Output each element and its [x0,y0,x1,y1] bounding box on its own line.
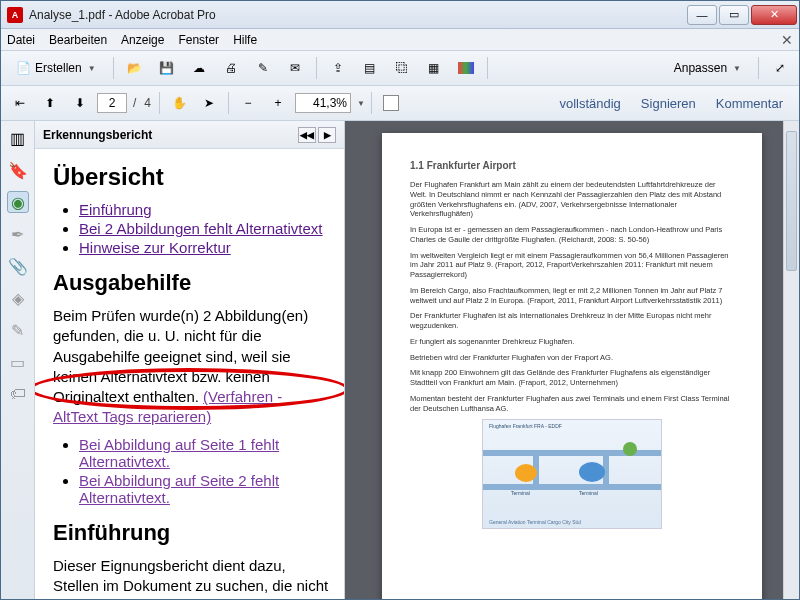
chevron-down-icon: ▼ [88,64,96,73]
toolbar-separator [758,57,759,79]
pencil-icon: ✎ [258,61,268,75]
para-einfuehrung: Dieser Eignungsbericht dient dazu, Stell… [53,556,330,600]
first-page-button[interactable]: ⇤ [7,90,33,116]
arrow-up-icon: ⬆ [45,96,55,110]
chevron-down-icon: ▼ [733,64,741,73]
touch-up-icon[interactable]: ✎ [7,319,29,341]
menu-fenster[interactable]: Fenster [178,33,219,47]
toolbar-separator [371,92,372,114]
tab-signieren[interactable]: Signieren [631,92,706,115]
link-missing-alt[interactable]: Bei 2 Abbildungen fehlt Alternativtext [79,220,323,237]
fit-page-button[interactable] [378,90,404,116]
tab-vollstaendig[interactable]: vollständig [549,92,630,115]
list-item: Bei 2 Abbildungen fehlt Alternativtext [79,220,330,237]
heading-ausgabehilfe: Ausgabehilfe [53,270,330,296]
combine-button[interactable]: ⿻ [389,55,415,81]
navigation-rail: ▥ 🔖 ◉ ✒ 📎 ◈ ✎ ▭ 🏷 [1,121,35,599]
layers-icon[interactable]: ◈ [7,287,29,309]
window-title: Analyse_1.pdf - Adobe Acrobat Pro [29,8,685,22]
list-item: Bei Abbildung auf Seite 2 fehlt Alternat… [79,472,330,506]
document-viewport[interactable]: 1.1 Frankfurter Airport Der Flughafen Fr… [345,121,799,599]
link-page2-missing-alt[interactable]: Bei Abbildung auf Seite 2 fehlt Alternat… [79,472,279,506]
toolbar-separator [159,92,160,114]
page-separator: / [133,96,136,110]
mail-button[interactable]: ✉ [282,55,308,81]
doc-paragraph: Er fungiert als sogenannter Drehkreuz Fl… [410,337,734,347]
nav-toolbar: ⇤ ⬆ ⬇ / 4 ✋ ➤ − + ▼ vollständig Signiere… [1,86,799,121]
tab-kommentar[interactable]: Kommentar [706,92,793,115]
maximize-button[interactable]: ▭ [719,5,749,25]
zoom-out-button[interactable]: − [235,90,261,116]
menu-bearbeiten[interactable]: Bearbeiten [49,33,107,47]
scrollbar-thumb[interactable] [786,131,797,271]
chevron-down-icon[interactable]: ▼ [357,99,365,108]
menu-anzeige[interactable]: Anzeige [121,33,164,47]
panel-forward-button[interactable]: ▶ [318,127,336,143]
vertical-scrollbar[interactable] [783,121,799,599]
menubar-close-icon[interactable]: ✕ [781,32,793,48]
zoom-in-button[interactable]: + [265,90,291,116]
para-ausgabehilfe: Beim Prüfen wurde(n) 2 Abbildung(en) gef… [53,306,330,428]
form-button[interactable]: ▦ [421,55,447,81]
panel-back-button[interactable]: ◀◀ [298,127,316,143]
link-page1-missing-alt[interactable]: Bei Abbildung auf Seite 1 fehlt Alternat… [79,436,279,470]
accessibility-report-icon[interactable]: ◉ [7,191,29,213]
airport-map-figure: Flughafen Frankfurt FRA - EDDF Terminal … [482,419,662,529]
pages-button[interactable]: ▤ [357,55,383,81]
edit-button[interactable]: ✎ [250,55,276,81]
panel-title: Erkennungsbericht [43,128,152,142]
doc-paragraph: Mit knapp 200 Einwohnern gilt das Geländ… [410,368,734,388]
multimedia-button[interactable] [453,55,479,81]
figure-title: Flughafen Frankfurt FRA - EDDF [489,423,562,430]
thumbnails-icon[interactable]: ▥ [7,127,29,149]
cursor-icon: ➤ [204,96,214,110]
page-number-input[interactable] [97,93,127,113]
menubar: Datei Bearbeiten Anzeige Fenster Hilfe ✕ [1,29,799,51]
list-item: Einführung [79,201,330,218]
customize-button[interactable]: Anpassen ▼ [665,55,750,81]
hand-tool-button[interactable]: ✋ [166,90,192,116]
open-button[interactable]: 📂 [122,55,148,81]
attachments-icon[interactable]: 📎 [7,255,29,277]
titlebar: A Analyse_1.pdf - Adobe Acrobat Pro ― ▭ … [1,1,799,29]
doc-paragraph: Betrieben wird der Frankfurter Flughafen… [410,353,734,363]
save-button[interactable]: 💾 [154,55,180,81]
heading-einfuehrung: Einführung [53,520,330,546]
list-item: Bei Abbildung auf Seite 1 fehlt Alternat… [79,436,330,470]
figure-terminal-label: Terminal [579,490,598,497]
panel-body[interactable]: Übersicht Einführung Bei 2 Abbildungen f… [35,149,344,599]
doc-paragraph: Der Frankfurter Flughafen ist als intern… [410,311,734,331]
doc-paragraph: Im Bereich Cargo, also Frachtaufkommen, … [410,286,734,306]
create-button[interactable]: 📄 Erstellen ▼ [7,55,105,81]
bookmarks-icon[interactable]: 🔖 [7,159,29,181]
next-page-button[interactable]: ⬇ [67,90,93,116]
list-item: Hinweise zur Korrektur [79,239,330,256]
export-button[interactable]: ⇪ [325,55,351,81]
zoom-input[interactable] [295,93,351,113]
arrow-down-icon: ⬇ [75,96,85,110]
toolbar-separator [487,57,488,79]
menu-hilfe[interactable]: Hilfe [233,33,257,47]
combine-icon: ⿻ [396,61,408,75]
articles-icon[interactable]: ▭ [7,351,29,373]
main-toolbar: 📄 Erstellen ▼ 📂 💾 ☁ 🖨 ✎ ✉ ⇪ ▤ ⿻ ▦ Anpass… [1,51,799,86]
minus-icon: − [245,96,252,110]
tags-icon[interactable]: 🏷 [7,383,29,405]
figure-terminal-label: Terminal [511,490,530,497]
pages-icon: ▤ [364,61,375,75]
minimize-button[interactable]: ― [687,5,717,25]
plus-icon: + [275,96,282,110]
prev-page-button[interactable]: ⬆ [37,90,63,116]
menu-datei[interactable]: Datei [7,33,35,47]
cloud-button[interactable]: ☁ [186,55,212,81]
folder-open-icon: 📂 [127,61,142,75]
print-button[interactable]: 🖨 [218,55,244,81]
toolbar-separator [113,57,114,79]
link-hinweise[interactable]: Hinweise zur Korrektur [79,239,231,256]
fullscreen-button[interactable]: ⤢ [767,55,793,81]
signatures-icon[interactable]: ✒ [7,223,29,245]
select-tool-button[interactable]: ➤ [196,90,222,116]
doc-paragraph: Momentan besteht der Frankfurter Flughaf… [410,394,734,414]
link-einfuehrung[interactable]: Einführung [79,201,152,218]
close-button[interactable]: ✕ [751,5,797,25]
